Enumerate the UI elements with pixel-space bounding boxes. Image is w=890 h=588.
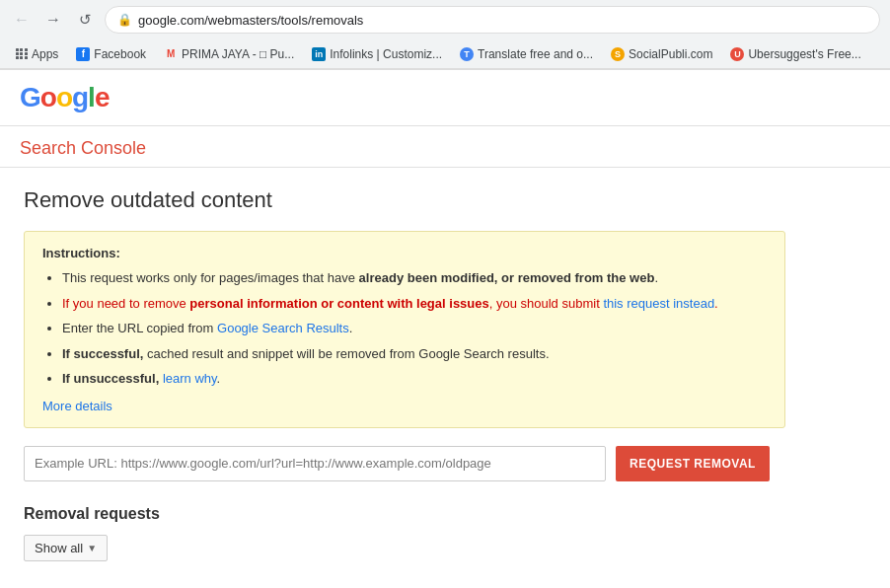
more-details-section: More details [42,399,767,413]
request-removal-button[interactable]: REQUEST REMOVAL [616,446,770,481]
main-content: Remove outdated content Instructions: Th… [0,168,809,581]
page-title: Remove outdated content [24,187,785,213]
bookmark-label: PRIMA JAYA - □ Pu... [182,47,294,61]
instruction-text-2d: . [714,296,718,311]
logo-letter-e: e [95,82,110,112]
back-button[interactable]: ← [10,8,34,32]
instruction-text-4b: cached result and snippet will be remove… [143,346,549,361]
url-input-row: REQUEST REMOVAL [24,446,785,481]
logo-letter-g1: G [20,82,40,112]
reload-button[interactable]: ↺ [73,8,97,32]
search-console-nav: Search Console [0,126,890,168]
instruction-text-3a: Enter the URL copied from [62,321,217,335]
google-search-results-link[interactable]: Google Search Results [217,321,349,335]
instruction-text-2c: , you should submit [489,296,604,311]
bookmark-gmail[interactable]: M PRIMA JAYA - □ Pu... [156,44,302,64]
instruction-text-1a: This request works only for pages/images… [62,270,359,285]
linkedin-icon: in [312,47,326,61]
bookmark-ubersuggest[interactable]: U Ubersuggest's Free... [722,44,868,64]
instruction-text-1b: already been modified, or removed from t… [359,270,655,285]
show-all-button[interactable]: Show all ▼ [24,535,108,561]
url-input[interactable] [24,446,606,481]
forward-button[interactable]: → [41,8,65,32]
instruction-text-5a: If unsuccessful, [62,371,159,386]
ubersuggest-icon: U [730,47,744,61]
logo-letter-o2: o [56,82,72,112]
bookmark-facebook[interactable]: f Facebook [68,44,154,64]
bookmarks-bar: Apps f Facebook M PRIMA JAYA - □ Pu... i… [0,39,890,69]
logo-letter-o1: o [40,82,56,112]
search-console-link[interactable]: Search Console [20,138,146,158]
instruction-item-4: If successful, cached result and snippet… [62,344,767,364]
instruction-item-5: If unsuccessful, learn why. [62,369,767,389]
lock-icon: 🔒 [117,13,132,27]
socialpubli-icon: S [611,47,625,61]
instructions-list: This request works only for pages/images… [42,268,767,389]
dropdown-arrow-icon: ▼ [87,543,97,553]
browser-top-bar: ← → ↺ 🔒 google.com/webmasters/tools/remo… [0,0,890,39]
instruction-item-2: If you need to remove personal informati… [62,294,767,314]
instruction-text-5c: . [217,371,221,386]
bookmark-label: Facebook [94,47,146,61]
google-logo: Google [20,82,870,113]
browser-chrome: ← → ↺ 🔒 google.com/webmasters/tools/remo… [0,0,890,70]
address-bar[interactable]: 🔒 google.com/webmasters/tools/removals [105,6,880,34]
bookmark-label: Ubersuggest's Free... [748,47,860,61]
logo-letter-g2: g [72,82,88,112]
bookmark-socialpubli[interactable]: S SocialPubli.com [603,44,720,64]
instruction-text-3b: . [349,321,353,335]
instructions-box: Instructions: This request works only fo… [24,231,785,428]
instruction-text-2b: personal information or content with leg… [189,296,488,311]
logo-letter-l: l [88,82,95,112]
page-wrapper: Google Search Console Remove outdated co… [0,70,890,581]
facebook-icon: f [76,47,90,61]
apps-icon [16,48,28,60]
instruction-item-3: Enter the URL copied from Google Search … [62,319,767,338]
bookmark-apps[interactable]: Apps [8,44,66,64]
bookmark-translate[interactable]: T Translate free and o... [452,44,601,64]
instructions-heading: Instructions: [42,246,767,260]
url-text: google.com/webmasters/tools/removals [138,13,867,28]
show-all-label: Show all [35,541,83,555]
bookmark-label: Infolinks | Customiz... [330,47,442,61]
removal-requests-section: Removal requests Show all ▼ [24,505,785,561]
this-request-link[interactable]: this request instead [603,296,714,311]
apps-label: Apps [32,47,58,61]
more-details-link[interactable]: More details [42,399,112,413]
instruction-text-4a: If successful, [62,346,143,361]
bookmark-infolinks[interactable]: in Infolinks | Customiz... [304,44,450,64]
removal-requests-title: Removal requests [24,505,785,523]
instruction-text-2a: If you need to remove [62,296,189,311]
gmail-icon: M [164,47,178,61]
google-header: Google [0,70,890,126]
instruction-item-1: This request works only for pages/images… [62,268,767,288]
bookmark-label: Translate free and o... [478,47,593,61]
learn-why-link[interactable]: learn why [163,371,217,386]
instruction-text-1c: . [654,270,658,285]
bookmark-label: SocialPubli.com [629,47,712,61]
translate-icon: T [460,47,474,61]
